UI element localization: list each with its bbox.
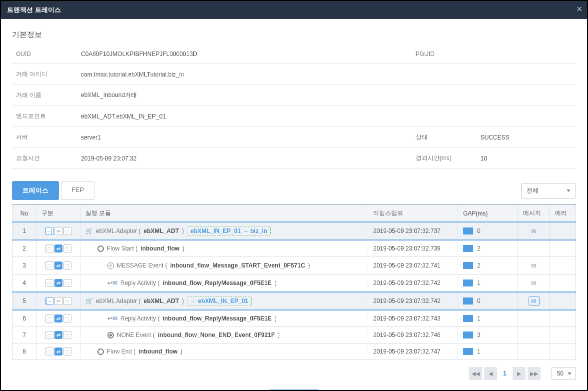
table-row[interactable]: 1 →] ⇄ □ 🛒 ebXML Adapter ( ebXML_ADT bbox=[12, 222, 576, 240]
cell-err bbox=[550, 274, 576, 292]
table-row[interactable]: 2 □ ⇄ □ Flow Start ( inbound_flow bbox=[12, 240, 576, 257]
close-icon[interactable]: × bbox=[577, 4, 582, 14]
flow-icon: ⇄ bbox=[54, 314, 62, 322]
cell-ts: 2019-05-09 23:07:32.741 bbox=[368, 257, 458, 274]
circle-icon bbox=[97, 348, 104, 355]
tab-fep[interactable]: FEP bbox=[61, 181, 94, 200]
cell-gap: 0 bbox=[458, 292, 518, 310]
value-guid: C0A80F10JMOLKPIBFHNEPJFL0000013D bbox=[77, 44, 412, 64]
cell-ts: 2019-05-09 23:07:32.742 bbox=[368, 292, 458, 310]
table-row[interactable]: 5 [← ⇄ □ 🛒 ebXML Adapter ( ebXML_ADT bbox=[12, 292, 576, 310]
transaction-trace-window: 트랜잭션 트레이스 × 기본정보 GUID C0A80F10JMOLKPIBFH… bbox=[0, 0, 588, 391]
adapter-icon: 🛒 bbox=[85, 228, 93, 234]
circle-icon bbox=[97, 246, 104, 252]
flow-icon: ⇄ bbox=[54, 262, 62, 270]
page-size-select[interactable]: 50 bbox=[552, 367, 576, 380]
gap-bar-icon bbox=[463, 245, 473, 252]
box-icon: □ bbox=[63, 348, 71, 356]
cell-gap: 0 bbox=[458, 222, 518, 240]
cell-gap: 1 bbox=[458, 274, 518, 292]
cell-no: 8 bbox=[12, 344, 36, 360]
cell-gubun: □ ⇄ □ bbox=[36, 240, 80, 257]
cell-err bbox=[550, 257, 576, 274]
cell-gubun: □ ⇄ □ bbox=[36, 310, 80, 327]
cell-ts: 2019-05-09 23:07:32.739 bbox=[368, 240, 458, 257]
box-icon: □ bbox=[45, 279, 53, 287]
cell-gap: 2 bbox=[458, 240, 518, 257]
cell-msg: ✉ bbox=[518, 292, 550, 310]
cell-gubun: →] ⇄ □ bbox=[36, 222, 80, 240]
page-first-button[interactable]: ◀◀ bbox=[469, 367, 482, 380]
cell-gap: 2 bbox=[458, 257, 518, 274]
tab-trace[interactable]: 트레이스 bbox=[12, 181, 59, 200]
cell-gubun: □ ⇄ □ bbox=[36, 344, 80, 360]
arrow-icon: → bbox=[243, 228, 248, 234]
col-gap: GAP(ms) bbox=[458, 204, 518, 222]
value-server: server1 bbox=[77, 127, 412, 148]
ok-button[interactable]: ✔ 확인 bbox=[270, 389, 318, 390]
box-icon: □ bbox=[45, 244, 53, 252]
label-endpoint: 엔드포인트 bbox=[12, 106, 77, 127]
cell-err bbox=[550, 310, 576, 327]
adapter-icon: 🛒 bbox=[85, 298, 93, 304]
gap-bar-icon bbox=[463, 332, 473, 338]
flow-icon: ⇄ bbox=[54, 331, 62, 339]
cell-msg bbox=[518, 344, 550, 360]
box-icon: □ bbox=[45, 348, 53, 356]
cell-msg bbox=[518, 310, 550, 327]
tabs-row: 트레이스 FEP 전체 bbox=[12, 181, 576, 200]
footer: ✔ 확인 bbox=[12, 380, 576, 390]
box-icon: □ bbox=[63, 244, 71, 252]
reply-icon: ↩✉ bbox=[107, 280, 117, 286]
message-icon[interactable]: ✉ bbox=[529, 226, 540, 236]
in-arrow-icon: →] bbox=[45, 227, 53, 235]
page-prev-button[interactable]: ◀ bbox=[484, 367, 497, 380]
cell-module: Flow End ( inbound_flow ) bbox=[80, 344, 368, 360]
gap-bar-icon bbox=[463, 228, 473, 234]
flow-icon: ⇄ bbox=[54, 227, 62, 235]
table-row[interactable]: 6 □ ⇄ □ ↩✉ Reply Activity ( inbound_flow… bbox=[12, 310, 576, 327]
cell-msg bbox=[518, 327, 550, 344]
out-arrow-icon: [← bbox=[45, 297, 53, 305]
tabs: 트레이스 FEP bbox=[12, 181, 94, 200]
cell-ts: 2019-05-09 23:07:32.743 bbox=[368, 310, 458, 327]
label-status: 상태 bbox=[412, 127, 477, 148]
box-icon: □ bbox=[45, 331, 53, 339]
cell-no: 4 bbox=[12, 274, 36, 292]
label-tx-id: 거래 아이디 bbox=[12, 64, 77, 85]
page-number[interactable]: 1 bbox=[499, 370, 511, 377]
table-row[interactable]: 8 □ ⇄ □ Flow End ( inbound_flow bbox=[12, 344, 576, 360]
cell-no: 1 bbox=[12, 222, 36, 240]
cell-gubun: [← ⇄ □ bbox=[36, 292, 80, 310]
message-icon[interactable]: ✉ bbox=[529, 278, 540, 288]
section-basic-info: 기본정보 bbox=[12, 30, 576, 40]
cell-err bbox=[550, 222, 576, 240]
page-last-button[interactable]: ▶▶ bbox=[528, 367, 541, 380]
value-status: SUCCESS bbox=[477, 127, 576, 148]
cell-module: 🛒 ebXML Adapter ( ebXML_ADT ) → ebXML_IN… bbox=[80, 292, 368, 310]
gap-bar-icon bbox=[463, 280, 473, 286]
filter-dropdown[interactable]: 전체 bbox=[521, 183, 576, 198]
cell-err bbox=[550, 344, 576, 360]
table-row[interactable]: 3 □ ⇄ □ ✕ MESSAGE Event ( inbound_flow_M… bbox=[12, 257, 576, 274]
window-title: 트랜잭션 트레이스 bbox=[7, 6, 61, 14]
message-icon[interactable]: ✉ bbox=[529, 296, 540, 306]
value-pguid bbox=[477, 44, 576, 64]
cell-module: ↩✉ Reply Activity ( inbound_flow_ReplyMe… bbox=[80, 274, 368, 292]
label-server: 서버 bbox=[12, 127, 77, 148]
box-icon: □ bbox=[63, 331, 71, 339]
page-next-button[interactable]: ▶ bbox=[513, 367, 526, 380]
cell-ts: 2019-05-09 23:07:32.746 bbox=[368, 327, 458, 344]
cell-gap: 1 bbox=[458, 344, 518, 360]
cell-module: NONE Event ( inbound_flow_None_END_Event… bbox=[80, 327, 368, 344]
value-tx-id: com.tmax.tutorial.ebXMLTutorial.biz_in bbox=[77, 64, 576, 85]
table-row[interactable]: 7 □ ⇄ □ NONE Event ( inbound_flow_None_E… bbox=[12, 327, 576, 344]
table-row[interactable]: 4 □ ⇄ □ ↩✉ Reply Activity ( inbound_flow… bbox=[12, 274, 576, 292]
col-gubun: 구분 bbox=[36, 204, 80, 222]
page-size-value: 50 bbox=[557, 370, 564, 377]
basic-info-table: GUID C0A80F10JMOLKPIBFHNEPJFL0000013D PG… bbox=[12, 44, 576, 169]
cell-ts: 2019-05-09 23:07:32.747 bbox=[368, 344, 458, 360]
gap-bar-icon bbox=[463, 298, 473, 304]
message-icon[interactable]: ✉ bbox=[529, 261, 540, 270]
gap-bar-icon bbox=[463, 262, 473, 269]
